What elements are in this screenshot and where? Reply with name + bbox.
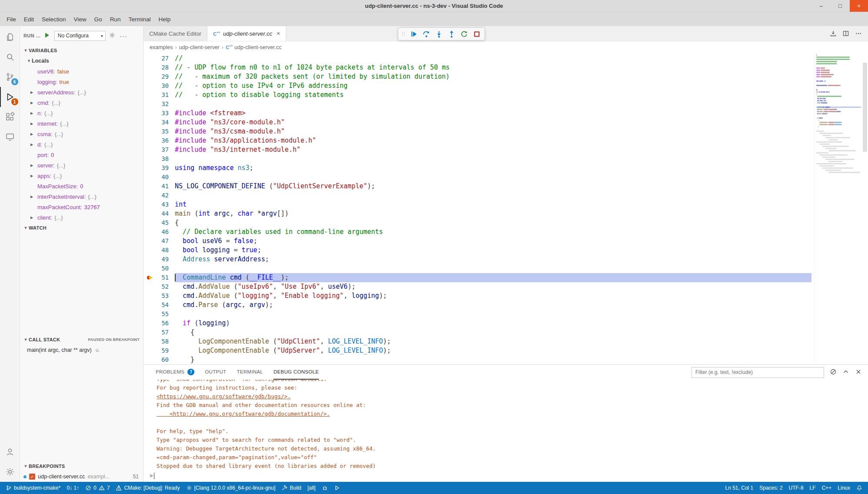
- code-text[interactable]: bool useV6 = false;: [175, 237, 811, 246]
- activity-explorer[interactable]: [0, 27, 20, 47]
- code-text[interactable]: cmd.Parse (argc, argv);: [175, 300, 811, 310]
- menu-file[interactable]: File: [3, 14, 20, 24]
- notifications[interactable]: [853, 482, 865, 494]
- variable-row[interactable]: ▶client:{...}: [20, 212, 143, 223]
- code-text[interactable]: cmd.AddValue ("logging", "Enable logging…: [175, 291, 811, 300]
- debug-configuration-dropdown[interactable]: No Configura ▾: [54, 31, 106, 41]
- code-text[interactable]: bool logging = true;: [175, 246, 811, 255]
- indentation[interactable]: Spaces: 2: [756, 482, 785, 494]
- variables-section-header[interactable]: ▼ VARIABLES: [20, 45, 143, 56]
- variable-row[interactable]: ▶n:{...}: [20, 108, 143, 118]
- code-text[interactable]: LogComponentEnable ("UdpClient", LOG_LEV…: [175, 337, 811, 346]
- activity-source-control[interactable]: 6: [0, 67, 20, 87]
- line-number[interactable]: 27: [144, 54, 169, 63]
- breadcrumb-item[interactable]: udp-client-server: [179, 44, 220, 50]
- restart-button[interactable]: [458, 28, 470, 40]
- code-text[interactable]: #include "ns3/applications-module.h": [175, 136, 811, 145]
- line-number[interactable]: 56: [144, 319, 169, 328]
- line-number[interactable]: 39: [144, 164, 169, 173]
- code-text[interactable]: [175, 154, 811, 164]
- activity-search[interactable]: [0, 47, 20, 67]
- variable-row[interactable]: ▶d:{...}: [20, 139, 143, 150]
- code-text[interactable]: //: [175, 54, 811, 63]
- line-number[interactable]: 49: [144, 255, 169, 264]
- split-editor[interactable]: [842, 30, 849, 37]
- code-text[interactable]: #include "ns3/core-module.h": [175, 118, 811, 127]
- menu-go[interactable]: Go: [90, 14, 106, 24]
- line-number[interactable]: 38: [144, 154, 169, 164]
- line-number[interactable]: 35: [144, 127, 169, 136]
- activity-remote-explorer[interactable]: [0, 127, 20, 147]
- variable-row[interactable]: ▶interPacketInterval:{...}: [20, 191, 143, 202]
- code-text[interactable]: [175, 191, 811, 200]
- code-text[interactable]: {: [175, 328, 811, 337]
- line-number[interactable]: 44: [144, 209, 169, 218]
- continue-button[interactable]: [408, 28, 419, 40]
- variable-row[interactable]: port:0: [20, 150, 143, 160]
- breakpoint-checkbox[interactable]: ✓: [29, 474, 35, 480]
- configure-gear-icon[interactable]: [109, 32, 117, 40]
- language-mode[interactable]: C++: [819, 482, 835, 494]
- cursor-position[interactable]: Ln 51, Col 1: [722, 482, 757, 494]
- code-text[interactable]: int: [175, 200, 811, 209]
- watch-section-header[interactable]: ▼ WATCH: [20, 223, 143, 233]
- cmake-status[interactable]: CMake: [Debug]: Ready: [113, 482, 183, 494]
- menu-help[interactable]: Help: [154, 14, 174, 24]
- variable-row[interactable]: maxPacketCount:32767: [20, 202, 143, 212]
- line-number[interactable]: 28: [144, 63, 169, 72]
- encoding[interactable]: UTF-8: [786, 482, 807, 494]
- code-text[interactable]: [175, 264, 811, 273]
- breakpoint-row[interactable]: ✓ udp-client-server.cc exampl... 51: [20, 471, 143, 482]
- code-text[interactable]: if (logging): [175, 319, 811, 328]
- line-number[interactable]: 33: [144, 109, 169, 118]
- panel-tab-terminal[interactable]: TERMINAL: [237, 365, 263, 380]
- code-text[interactable]: #include "ns3/internet-module.h": [175, 145, 811, 154]
- variable-row[interactable]: logging:true: [20, 77, 143, 87]
- line-number[interactable]: 60: [144, 355, 169, 364]
- scrollbar-thumb[interactable]: [863, 63, 867, 152]
- variable-row[interactable]: ▶csma:{...}: [20, 129, 143, 139]
- line-number[interactable]: 37: [144, 145, 169, 154]
- cmake-debug-button[interactable]: [319, 482, 331, 494]
- code-text[interactable]: CommandLine cmd (__FILE__);: [175, 273, 811, 282]
- console-link[interactable]: <http://www.gnu.org/software/gdb/documen…: [150, 410, 868, 418]
- variable-row[interactable]: useV6:false: [20, 66, 143, 77]
- code-text[interactable]: main (int argc, char *argv[]): [175, 209, 811, 218]
- window-minimize-button[interactable]: –: [811, 0, 831, 12]
- line-number[interactable]: 58: [144, 337, 169, 346]
- close-panel[interactable]: [855, 368, 862, 377]
- maximize-panel[interactable]: [842, 368, 849, 377]
- console-filter-input[interactable]: [691, 367, 824, 378]
- step-into-button[interactable]: [433, 28, 444, 40]
- line-number[interactable]: 30: [144, 81, 169, 90]
- tab-udp-client-server-cc[interactable]: C++udp-client-server.cc×: [207, 26, 286, 41]
- line-number[interactable]: 36: [144, 136, 169, 145]
- step-out-button[interactable]: [446, 28, 457, 40]
- remote-os[interactable]: Linux: [835, 482, 853, 494]
- code-text[interactable]: // - UDP flow from n0 to n1 of 1024 byte…: [175, 63, 811, 72]
- more-actions[interactable]: [855, 30, 862, 37]
- open-editors-dropdown[interactable]: [830, 30, 837, 37]
- panel-tab-problems[interactable]: PROBLEMS7: [156, 365, 194, 380]
- code-text[interactable]: }: [175, 355, 811, 364]
- tab-cmake-cache-editor[interactable]: CMake Cache Editor: [144, 26, 207, 41]
- code-text[interactable]: cmd.AddValue ("useIpv6", "Use Ipv6", use…: [175, 282, 811, 291]
- breadcrumb-item[interactable]: examples: [150, 44, 173, 50]
- locals-scope-row[interactable]: ▼ Locals: [20, 56, 143, 66]
- call-stack-section-header[interactable]: ▼ CALL STACK PAUSED ON BREAKPOINT: [20, 334, 143, 345]
- line-number[interactable]: 48: [144, 246, 169, 255]
- drag-handle-icon[interactable]: [401, 28, 407, 40]
- code-text[interactable]: NS_LOG_COMPONENT_DEFINE ("UdpClientServe…: [175, 182, 811, 191]
- activity-manage[interactable]: [0, 462, 20, 482]
- line-number[interactable]: 47: [144, 237, 169, 246]
- code-text[interactable]: #include "ns3/csma-module.h": [175, 127, 811, 136]
- code-text[interactable]: // - option to use IPv4 or IPv6 addressi…: [175, 81, 811, 90]
- line-number[interactable]: 31: [144, 90, 169, 100]
- editor-scrollbar[interactable]: [862, 53, 868, 364]
- line-number[interactable]: 52: [144, 282, 169, 291]
- eol[interactable]: LF: [807, 482, 819, 494]
- line-number[interactable]: 29: [144, 72, 169, 81]
- variable-row[interactable]: ▶serverAddress:{...}: [20, 87, 143, 97]
- problems-indicator[interactable]: 07: [82, 482, 113, 494]
- breadcrumb-item[interactable]: C++udp-client-server.cc: [226, 44, 282, 50]
